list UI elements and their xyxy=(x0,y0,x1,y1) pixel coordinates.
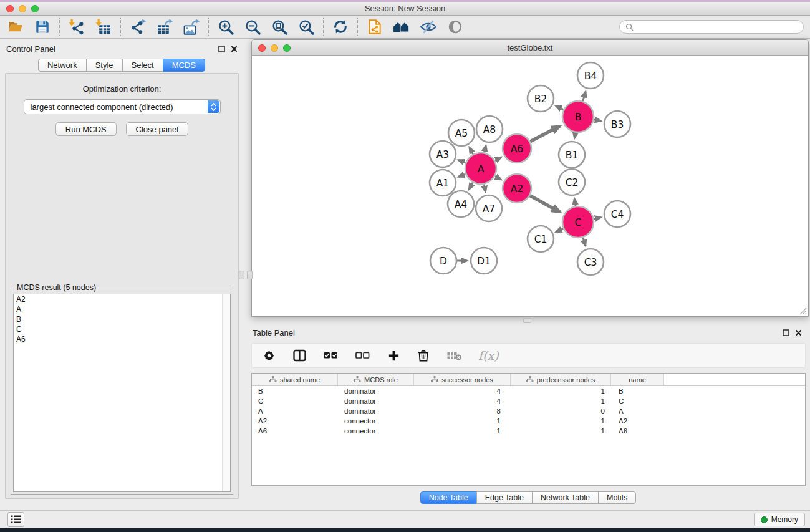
edge-B-B3[interactable] xyxy=(594,120,601,121)
edge-A-A8[interactable] xyxy=(485,145,486,152)
edge-A-A5[interactable] xyxy=(470,148,473,154)
plus-button[interactable] xyxy=(387,347,400,364)
column-header-MCDS-role[interactable]: MCDS role xyxy=(338,374,414,385)
horizontal-splitter-handle[interactable] xyxy=(523,318,531,323)
resize-grip-icon[interactable] xyxy=(799,307,807,315)
edge-C-C1[interactable] xyxy=(556,229,564,232)
table-row[interactable]: Bdominator41B xyxy=(252,386,805,396)
tab-node-table[interactable]: Node Table xyxy=(420,491,477,504)
tree-icon xyxy=(431,376,438,383)
table-row[interactable]: A2connector11A2 xyxy=(252,416,805,426)
edge-C-C2[interactable] xyxy=(574,199,576,206)
edge-B-B1[interactable] xyxy=(574,133,575,138)
close-panel-button[interactable]: Close panel xyxy=(126,122,189,136)
zoom-out-button[interactable] xyxy=(243,17,262,36)
table-cell: dominator xyxy=(338,397,414,405)
table-row[interactable]: Adominator80A xyxy=(252,406,805,416)
edge-A-A3[interactable] xyxy=(458,160,465,163)
tab-edge-table[interactable]: Edge Table xyxy=(476,491,533,504)
mcds-result-item[interactable]: C xyxy=(14,324,230,334)
edge-A2-C[interactable] xyxy=(530,196,560,212)
network-minimize-button[interactable] xyxy=(271,44,278,52)
node-label-A2: A2 xyxy=(511,183,523,195)
export-network-button[interactable] xyxy=(128,17,147,36)
mcds-result-item[interactable]: A2 xyxy=(14,294,230,304)
zoom-in-button[interactable] xyxy=(216,17,235,36)
table-cell: A xyxy=(611,407,664,415)
table-row[interactable]: A6connector11A6 xyxy=(252,426,805,436)
float-table-panel-icon[interactable] xyxy=(783,329,789,336)
checked-boxes-button[interactable] xyxy=(323,347,339,364)
zoom-selected-button[interactable] xyxy=(297,17,316,36)
double-home-button[interactable] xyxy=(392,17,411,36)
zoom-fit-button[interactable] xyxy=(270,17,289,36)
search-box[interactable] xyxy=(619,20,804,34)
gear-button[interactable] xyxy=(262,347,276,364)
float-panel-icon[interactable] xyxy=(218,46,225,52)
edge-A-A1[interactable] xyxy=(458,174,465,177)
table-row[interactable]: Cdominator41C xyxy=(252,396,805,406)
tab-style[interactable]: Style xyxy=(86,59,123,72)
edge-B-B4[interactable] xyxy=(583,92,586,101)
column-header-predecessor-nodes[interactable]: predecessor nodes xyxy=(511,374,611,385)
column-header-name[interactable]: name xyxy=(611,374,664,385)
edge-A-A4[interactable] xyxy=(469,183,473,190)
vertical-splitter-handle[interactable] xyxy=(239,271,244,279)
tab-network-table[interactable]: Network Table xyxy=(532,491,599,504)
eye-button[interactable] xyxy=(446,17,465,36)
mcds-result-item[interactable]: B xyxy=(14,314,230,324)
edge-A-A7[interactable] xyxy=(484,184,485,191)
document-network-button[interactable] xyxy=(365,17,384,36)
tab-mcds[interactable]: MCDS xyxy=(163,59,205,72)
close-table-panel-icon[interactable] xyxy=(795,329,802,336)
edge-C-C3[interactable] xyxy=(583,238,586,246)
minimize-window-button[interactable] xyxy=(19,5,26,12)
refresh-button[interactable] xyxy=(331,17,350,36)
memory-button[interactable]: Memory xyxy=(754,513,805,526)
close-panel-icon[interactable] xyxy=(231,46,238,52)
close-window-button[interactable] xyxy=(6,5,14,12)
open-session-folder-button[interactable] xyxy=(6,17,25,36)
edge-C-C4[interactable] xyxy=(594,217,600,218)
criterion-select[interactable]: largest connected component (directed) xyxy=(24,99,221,114)
edge-A6-B[interactable] xyxy=(530,126,559,142)
import-network-button[interactable] xyxy=(67,17,86,36)
mcds-result-item[interactable]: A xyxy=(14,304,230,314)
save-session-button[interactable] xyxy=(33,17,52,36)
edge-B-B2[interactable] xyxy=(556,106,563,110)
unchecked-boxes-icon xyxy=(355,349,370,362)
table-delete-icon xyxy=(446,349,462,362)
eye-slash-button[interactable] xyxy=(419,17,438,36)
maximize-window-button[interactable] xyxy=(31,5,39,12)
tab-select[interactable]: Select xyxy=(122,59,163,72)
task-history-button[interactable] xyxy=(7,512,24,527)
export-table-button[interactable] xyxy=(155,17,174,36)
result-scrollbar[interactable] xyxy=(222,294,230,491)
search-input[interactable] xyxy=(637,22,798,31)
node-label-A7: A7 xyxy=(483,203,495,215)
run-mcds-button[interactable]: Run MCDS xyxy=(55,122,117,136)
mcds-result-item[interactable]: A6 xyxy=(14,334,230,344)
column-header-shared-name[interactable]: shared name xyxy=(252,374,338,385)
network-close-button[interactable] xyxy=(258,44,266,52)
trash-button[interactable] xyxy=(417,347,430,364)
edge-A-A6[interactable] xyxy=(495,157,501,160)
zoom-fit-icon xyxy=(271,19,288,36)
tab-motifs[interactable]: Motifs xyxy=(598,491,636,504)
network-maximize-button[interactable] xyxy=(283,44,291,52)
export-image-button[interactable] xyxy=(182,17,201,36)
tab-network[interactable]: Network xyxy=(38,59,87,72)
zoom-in-icon xyxy=(218,19,234,36)
node-label-A5: A5 xyxy=(455,128,468,139)
table-panel-title: Table Panel xyxy=(253,328,295,337)
edge-A-A2[interactable] xyxy=(495,177,501,180)
unchecked-boxes-button[interactable] xyxy=(355,347,370,364)
table-cell: 0 xyxy=(511,407,611,415)
panel-splitter-handle[interactable] xyxy=(247,271,253,279)
column-header-successor-nodes[interactable]: successor nodes xyxy=(414,374,511,385)
toolbar-group xyxy=(331,17,350,36)
network-canvas[interactable]: ABCA2A6A1A3A4A5A7A8B1B2B3B4C1C2C3C4DD1 xyxy=(252,56,808,317)
import-table-button[interactable] xyxy=(94,17,113,36)
split-columns-button[interactable] xyxy=(292,347,307,364)
node-label-D: D xyxy=(440,256,447,267)
